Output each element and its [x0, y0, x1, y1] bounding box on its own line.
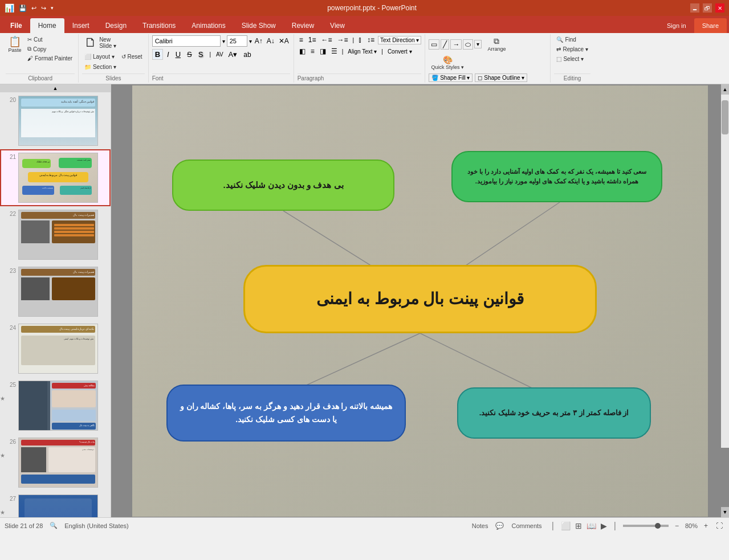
- more-shapes-button[interactable]: ▾: [474, 40, 482, 48]
- convert-smartart-button[interactable]: Convert ▾: [386, 48, 414, 55]
- tab-insert[interactable]: Insert: [64, 18, 97, 33]
- align-right-button[interactable]: ◨: [318, 47, 328, 56]
- slide-item-27[interactable]: 27 ★: [0, 491, 111, 517]
- font-size-dropdown[interactable]: ▾: [249, 38, 252, 44]
- quick-redo[interactable]: ↪: [41, 5, 46, 12]
- decrease-indent-button[interactable]: ←≡: [319, 35, 333, 44]
- slide-item-26[interactable]: 26 ★ بیات بال چیست؟ توضیحات متنی: [0, 434, 111, 491]
- decrease-font-button[interactable]: A↓: [266, 37, 276, 45]
- quick-save[interactable]: 💾: [19, 5, 27, 12]
- shadow-button[interactable]: S: [196, 50, 206, 59]
- arrange-button[interactable]: ⧉ Arrange: [485, 35, 508, 53]
- tab-signin[interactable]: Sign in: [659, 18, 694, 33]
- reset-button[interactable]: ↺ Reset: [119, 52, 145, 61]
- font-name-input[interactable]: [152, 35, 221, 47]
- shape-topright[interactable]: سعی کنید تا همیشه، یک نفر که به کمک های …: [451, 151, 662, 202]
- shape-center[interactable]: قوانین پینت بال مربوط به ایمنی: [243, 265, 597, 333]
- minimize-button[interactable]: 🗕: [690, 3, 699, 13]
- comments-button[interactable]: Comments: [508, 522, 544, 530]
- zoom-in-button[interactable]: +: [702, 522, 710, 530]
- tab-view[interactable]: View: [322, 18, 353, 33]
- shape-rect[interactable]: ▭: [429, 39, 439, 50]
- numbering-button[interactable]: 1≡: [307, 35, 318, 44]
- slideshow-button[interactable]: ▶: [601, 521, 607, 530]
- shape-bottomright[interactable]: از فاصله کمتر از ۳ متر به حریف خود شلیک …: [457, 387, 651, 439]
- bold-button[interactable]: B: [152, 49, 163, 60]
- clipboard-group: 📋 Paste ✂Cut ⧉Copy 🖌Format Painter Clipb…: [2, 34, 79, 83]
- char-spacing-button[interactable]: AV: [215, 51, 225, 58]
- slide-item-25[interactable]: 25 ★ مطالعه پیش نگاهی به پینت بال: [0, 377, 111, 434]
- align-text-button[interactable]: Align Text ▾: [346, 48, 378, 55]
- canvas-scroll-up[interactable]: ▲: [721, 84, 729, 95]
- scroll-up-button[interactable]: ▲: [0, 84, 111, 92]
- normal-view-button[interactable]: ⬜: [561, 521, 571, 530]
- quick-styles-button[interactable]: 🎨 Quick Styles ▾: [429, 54, 466, 71]
- increase-indent-button[interactable]: →≡: [335, 35, 349, 44]
- zoom-out-button[interactable]: −: [673, 522, 681, 530]
- shape-outline-button[interactable]: ◻ Shape Outline ▾: [475, 73, 527, 82]
- slide-item-22[interactable]: 22 تعمیرات پینت بال: [0, 206, 111, 263]
- close-button[interactable]: ✕: [715, 3, 724, 13]
- shape-fill-button[interactable]: 🪣 Shape Fill ▾: [429, 73, 473, 82]
- shape-arrow[interactable]: →: [450, 39, 462, 50]
- columns-button[interactable]: ⫿: [357, 35, 364, 44]
- language-detect-icon[interactable]: 🔍: [50, 522, 58, 529]
- shape-topleft[interactable]: بی هدف و بدون دیدن شلیک نکنید.: [172, 160, 394, 211]
- font-color-button[interactable]: A▾: [226, 50, 240, 59]
- font-name-dropdown[interactable]: ▾: [222, 38, 225, 44]
- maximize-button[interactable]: 🗗: [703, 3, 712, 13]
- fit-to-window-button[interactable]: ⛶: [714, 522, 724, 530]
- text-highlight-button[interactable]: ab: [241, 50, 253, 59]
- new-slide-button[interactable]: 🗋 NewSlide ▾: [82, 35, 119, 50]
- italic-button[interactable]: I: [165, 50, 172, 59]
- vertical-scrollbar[interactable]: [721, 95, 729, 448]
- line-spacing-button[interactable]: ↕≡: [365, 35, 376, 44]
- increase-font-button[interactable]: A↑: [254, 37, 264, 45]
- layout-button[interactable]: ⬜ Layout ▾: [82, 52, 117, 61]
- zoom-level[interactable]: 80%: [685, 522, 698, 529]
- copy-button[interactable]: ⧉Copy: [25, 44, 75, 54]
- drawing-group: ▭ ╱ → ⬭ ▾ ⧉ Arrange 🎨 Quick Styles ▾ 🪣 S…: [425, 34, 551, 83]
- canvas-scroll-down[interactable]: ▼: [721, 507, 729, 517]
- slide-sorter-button[interactable]: ⊞: [575, 521, 582, 530]
- slide-item-23[interactable]: 23 تعمیرات پینت بال: [0, 263, 111, 320]
- zoom-slider[interactable]: [623, 525, 669, 527]
- slide-item-21[interactable]: 21 بی هدف شلیک سعی کنید همیشه قوانین پین…: [0, 149, 111, 206]
- select-button[interactable]: ⬚ Select ▾: [554, 55, 586, 63]
- slide-number-22: 22: [5, 210, 16, 217]
- justify-button[interactable]: ☰: [329, 47, 339, 56]
- text-direction-button[interactable]: Text Direction ▾: [378, 36, 421, 44]
- tab-animations[interactable]: Animations: [184, 18, 233, 33]
- underline-button[interactable]: U: [173, 50, 183, 59]
- tab-share[interactable]: Share: [694, 18, 727, 33]
- font-size-input[interactable]: [227, 35, 247, 47]
- tab-file[interactable]: File: [2, 18, 30, 33]
- zoom-thumb[interactable]: [655, 523, 661, 529]
- find-button[interactable]: 🔍 Find: [554, 35, 578, 44]
- slide-thumb-22: تعمیرات پینت بال: [18, 210, 98, 260]
- tab-slideshow[interactable]: Slide Show: [234, 18, 284, 33]
- slide-item-24[interactable]: 24 نکته ای درباره ایمنی پینت بال متن توض…: [0, 320, 111, 377]
- scroll-thumb[interactable]: [722, 100, 728, 134]
- clear-format-button[interactable]: ✕A: [278, 37, 290, 45]
- cut-button[interactable]: ✂Cut: [25, 35, 75, 44]
- strikethrough-button[interactable]: S: [185, 50, 194, 59]
- shape-bottomleft[interactable]: همیشه بالاتنه را هدف قرار دهید و هرگز به…: [166, 385, 406, 442]
- tab-transitions[interactable]: Transitions: [135, 18, 184, 33]
- quick-undo[interactable]: ↩: [31, 5, 36, 12]
- format-painter-button[interactable]: 🖌Format Painter: [25, 54, 75, 63]
- paste-button[interactable]: 📋 Paste: [6, 35, 24, 54]
- tab-design[interactable]: Design: [97, 18, 135, 33]
- shape-line[interactable]: ╱: [441, 39, 449, 50]
- tab-home[interactable]: Home: [30, 18, 64, 33]
- align-left-button[interactable]: ◧: [298, 47, 307, 56]
- align-center-button[interactable]: ≡: [309, 47, 316, 56]
- tab-review[interactable]: Review: [284, 18, 322, 33]
- section-button[interactable]: 📁 Section ▾: [82, 63, 119, 71]
- notes-button[interactable]: Notes: [469, 522, 491, 530]
- replace-button[interactable]: ⇄ Replace ▾: [554, 45, 590, 54]
- slide-item-20[interactable]: 20 قوانین جنگی: آنچه باید بدانید متن توض…: [0, 92, 111, 149]
- shape-oval[interactable]: ⬭: [463, 39, 473, 50]
- bullets-button[interactable]: ≡: [298, 35, 305, 44]
- reading-view-button[interactable]: 📖: [587, 521, 596, 530]
